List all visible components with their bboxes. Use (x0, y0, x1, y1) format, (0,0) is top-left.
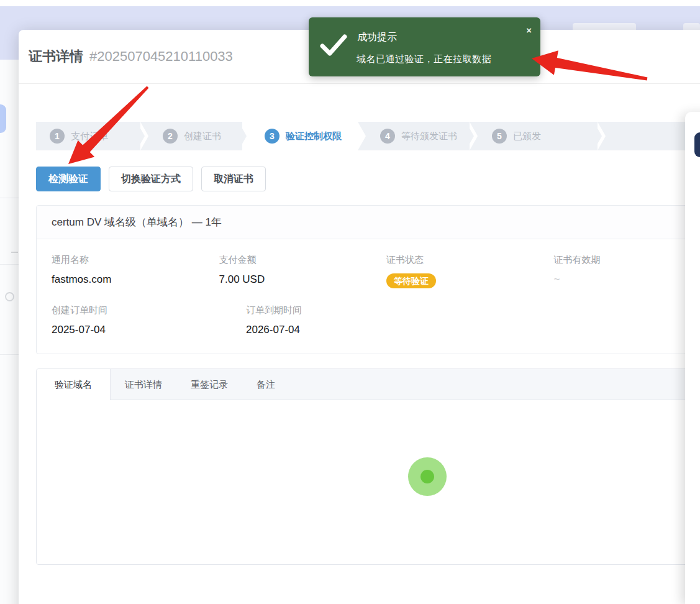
field-common-name: 通用名称 fastmos.com (52, 254, 219, 288)
field-value: fastmos.com (52, 273, 219, 286)
product-name: certum DV 域名级（单域名） — 1年 (37, 206, 700, 239)
modal-title: 证书详情 (29, 47, 83, 66)
field-value: 7.00 USD (219, 273, 387, 286)
loading-indicator-core (420, 470, 434, 483)
check-validation-button[interactable]: 检测验证 (36, 167, 101, 191)
background-divider (0, 354, 19, 355)
background-active-menu-item[interactable] (0, 104, 6, 133)
step-label: 验证控制权限 (286, 130, 342, 142)
certificate-detail-modal: 证书详情 #202507045210110033 1 支付订单 2 创建证书 3… (19, 30, 700, 604)
step-number: 5 (492, 129, 507, 144)
toast-title: 成功提示 (357, 31, 397, 44)
step-label: 等待颁发证书 (401, 130, 457, 142)
toast-message: 域名已通过验证，正在拉取数据 (357, 53, 491, 65)
field-label: 通用名称 (52, 254, 219, 266)
detail-tabs-panel: 验证域名 证书详情 重签记录 备注 (36, 368, 700, 565)
step-verify-control: 3 验证控制权限 (242, 122, 358, 150)
background-artifact (11, 252, 18, 253)
field-status: 证书状态 等待验证 (386, 254, 554, 288)
field-label: 证书有效期 (554, 254, 700, 266)
info-row: 通用名称 fastmos.com 支付金额 7.00 USD 证书状态 等待验证… (52, 254, 700, 288)
step-label: 已颁发 (513, 130, 541, 142)
loading-indicator (408, 457, 447, 496)
field-value: ~ (554, 273, 700, 286)
side-overlay-panel (685, 112, 700, 604)
tab-content-area (37, 400, 700, 564)
toast-close-icon[interactable]: × (526, 25, 532, 35)
field-validity: 证书有效期 ~ (554, 254, 700, 288)
tabs-header: 验证域名 证书详情 重签记录 备注 (37, 369, 700, 400)
step-number: 3 (265, 129, 280, 144)
action-buttons: 检测验证 切换验证方式 取消证书 (36, 167, 700, 191)
field-label: 支付金额 (219, 254, 387, 266)
modal-body: 1 支付订单 2 创建证书 3 验证控制权限 4 等待颁发证书 5 已颁发 (19, 84, 700, 565)
field-created-time: 创建订单时间 2025-07-04 (52, 304, 246, 336)
success-toast: 成功提示 域名已通过验证，正在拉取数据 × (309, 17, 540, 76)
step-create-certificate: 2 创建证书 (140, 122, 242, 150)
step-number: 2 (163, 129, 178, 144)
progress-stepper: 1 支付订单 2 创建证书 3 验证控制权限 4 等待颁发证书 5 已颁发 (36, 122, 700, 150)
field-label: 创建订单时间 (52, 304, 246, 316)
step-label: 支付订单 (71, 130, 108, 142)
field-label: 订单到期时间 (246, 304, 440, 316)
certificate-info-body: 通用名称 fastmos.com 支付金额 7.00 USD 证书状态 等待验证… (37, 239, 700, 354)
step-number: 1 (50, 129, 65, 144)
field-label: 证书状态 (386, 254, 554, 266)
tab-verify-domain[interactable]: 验证域名 (37, 369, 111, 401)
field-value: 2025-07-04 (52, 324, 246, 336)
order-number: #202507045210110033 (89, 48, 233, 65)
step-issued: 5 已颁发 (470, 122, 598, 150)
switch-validation-method-button[interactable]: 切换验证方式 (109, 167, 193, 191)
side-panel-navy-button[interactable] (694, 132, 700, 157)
field-amount: 支付金额 7.00 USD (219, 254, 387, 288)
tab-reissue-records[interactable]: 重签记录 (176, 369, 242, 400)
step-pay-order: 1 支付订单 (36, 122, 140, 150)
checkmark-icon (320, 34, 347, 57)
background-divider (0, 198, 19, 198)
tab-remarks[interactable]: 备注 (242, 369, 289, 400)
info-row: 创建订单时间 2025-07-04 订单到期时间 2026-07-04 (52, 304, 700, 336)
background-search-icon (5, 292, 14, 301)
step-label: 创建证书 (184, 130, 221, 142)
background-sidebar-strip (0, 60, 19, 604)
field-value: 2026-07-04 (246, 324, 440, 336)
certificate-info-panel: certum DV 域名级（单域名） — 1年 通用名称 fastmos.com… (36, 205, 700, 354)
field-expire-time: 订单到期时间 2026-07-04 (246, 304, 440, 336)
background-divider (0, 264, 19, 265)
step-await-issuance: 4 等待颁发证书 (358, 122, 470, 150)
status-badge: 等待验证 (386, 273, 436, 288)
tab-certificate-detail[interactable]: 证书详情 (111, 369, 176, 400)
step-number: 4 (380, 129, 395, 144)
cancel-certificate-button[interactable]: 取消证书 (201, 167, 266, 191)
